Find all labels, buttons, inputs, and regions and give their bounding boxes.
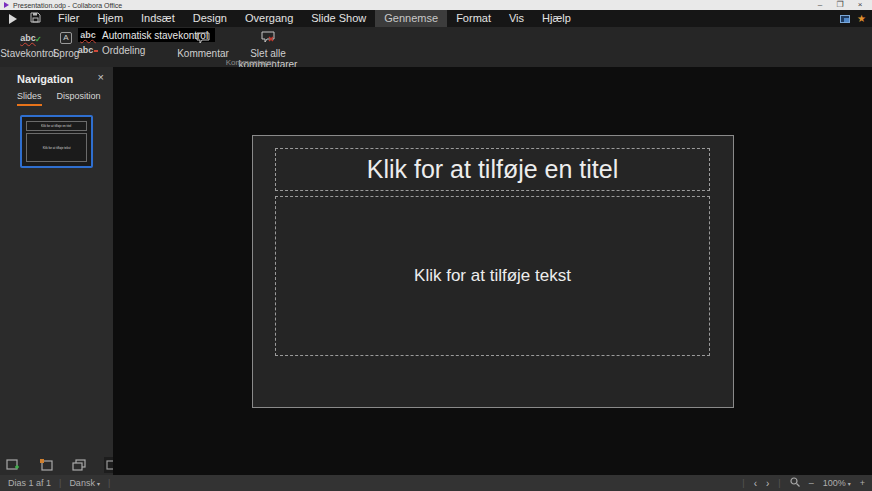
window-icon[interactable]: [840, 15, 850, 23]
title-placeholder-text: Klik for at tilføje en titel: [367, 155, 618, 184]
slide-thumbnail[interactable]: Klik for at tilføje en titel Klik for at…: [20, 115, 93, 168]
duplicate-slide-icon[interactable]: [71, 457, 87, 473]
spellcheck-label: Stavekontrol: [0, 48, 56, 59]
separator: |: [59, 478, 61, 488]
fit-zoom-icon[interactable]: [790, 477, 800, 489]
app-logo-icon: [4, 2, 9, 8]
window-title: Presentation.odp - Collabora Office: [13, 2, 810, 9]
slide[interactable]: Klik for at tilføje en titel Klik for at…: [252, 135, 734, 408]
close-button[interactable]: ×: [850, 0, 870, 10]
body-placeholder[interactable]: Klik for at tilføje tekst: [275, 196, 710, 356]
title-placeholder[interactable]: Klik for at tilføje en titel: [275, 148, 710, 191]
statusbar-right: | ‹ › | – 100%▾ +: [742, 477, 872, 489]
separator: |: [778, 478, 780, 488]
collabora-logo-icon: [9, 14, 17, 24]
navigation-close-icon[interactable]: ×: [98, 71, 104, 83]
body-placeholder-text: Klik for at tilføje tekst: [414, 266, 571, 286]
tab-slides[interactable]: Slides: [17, 91, 42, 106]
slide-actions-toolbar: [5, 457, 120, 473]
next-slide-button[interactable]: ›: [766, 478, 769, 489]
restore-button[interactable]: ❐: [830, 0, 850, 10]
menu-gennemse[interactable]: Gennemse: [375, 10, 447, 27]
separator: |: [108, 478, 110, 488]
menu-items: Filer Hjem Indsæt Design Overgang Slide …: [49, 10, 580, 27]
separator: |: [742, 478, 744, 488]
previous-slide-button[interactable]: ‹: [754, 478, 757, 489]
comment-icon: [175, 30, 231, 45]
app-window: Presentation.odp - Collabora Office – ❐ …: [0, 0, 872, 491]
menu-design[interactable]: Design: [184, 10, 236, 27]
new-slide-icon[interactable]: [5, 457, 21, 473]
slide-canvas: Klik for at tilføje en titel Klik for at…: [113, 67, 872, 475]
menubar: Filer Hjem Indsæt Design Overgang Slide …: [0, 10, 872, 27]
zoom-out-button[interactable]: –: [809, 478, 814, 488]
hyphenation-label: Orddeling: [102, 45, 145, 56]
thumbnail-body-box: Klik for at tilføje tekst: [26, 133, 87, 162]
hyphenation-icon: abc: [80, 45, 96, 55]
menu-format[interactable]: Format: [447, 10, 500, 27]
star-icon[interactable]: ★: [857, 14, 866, 24]
titlebar: Presentation.odp - Collabora Office – ❐ …: [0, 0, 872, 10]
menu-hjem[interactable]: Hjem: [88, 10, 132, 27]
navigation-title: Navigation: [17, 73, 73, 85]
comments-group-label: Kommentarer: [205, 58, 295, 67]
zoom-level-selector[interactable]: 100%▾: [823, 478, 851, 488]
navigation-tabs: Slides Disposition: [17, 91, 101, 106]
minimize-button[interactable]: –: [810, 0, 830, 10]
window-controls: – ❐ ×: [810, 0, 870, 10]
thumbnail-title-box: Klik for at tilføje en titel: [26, 121, 87, 131]
menubar-right-icons: ★: [840, 14, 866, 24]
spellcheck-icon: abc✓: [0, 30, 56, 45]
slide-count-label: Dias 1 af 1: [8, 478, 51, 488]
menu-filer[interactable]: Filer: [49, 10, 88, 27]
ribbon-toolbar: abc✓ Stavekontrol A Sprog abc Automatisk…: [0, 27, 872, 67]
menu-vis[interactable]: Vis: [500, 10, 533, 27]
save-icon[interactable]: [30, 12, 41, 25]
spellcheck-button[interactable]: abc✓ Stavekontrol: [0, 30, 56, 59]
statusbar-left: Dias 1 af 1 | Dansk▾ |: [0, 478, 110, 488]
chevron-down-icon: ▾: [97, 481, 100, 487]
statusbar: Dias 1 af 1 | Dansk▾ | | ‹ › | – 100%▾ +: [0, 475, 872, 491]
tab-disposition[interactable]: Disposition: [57, 91, 101, 106]
chevron-down-icon: ▾: [848, 480, 851, 487]
menu-overgang[interactable]: Overgang: [236, 10, 302, 27]
comment-button[interactable]: Kommentar: [175, 30, 231, 59]
auto-spellcheck-icon: abc: [80, 30, 96, 40]
zoom-in-button[interactable]: +: [860, 478, 865, 488]
menu-slide-show[interactable]: Slide Show: [302, 10, 375, 27]
language-selector[interactable]: Dansk▾: [69, 478, 100, 488]
menu-hjaelp[interactable]: Hjælp: [533, 10, 580, 27]
menu-indsaet[interactable]: Indsæt: [132, 10, 184, 27]
navigation-sidebar: Navigation × Slides Disposition Klik for…: [0, 67, 113, 475]
rename-slide-icon[interactable]: [38, 457, 54, 473]
delete-all-comments-icon: [228, 30, 308, 45]
